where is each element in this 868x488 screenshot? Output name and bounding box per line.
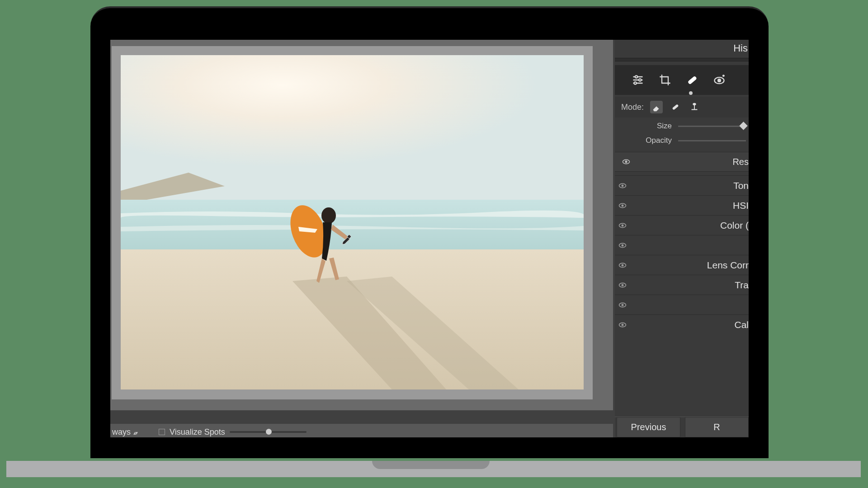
- canvas-bottom-toolbar: ways▴▾ Visualize Spots: [110, 424, 613, 437]
- svg-point-26: [622, 205, 623, 206]
- eye-icon[interactable]: [618, 300, 627, 310]
- panel-color[interactable]: Color (: [615, 215, 749, 235]
- svg-point-24: [622, 185, 623, 186]
- reset-button[interactable]: R: [685, 417, 749, 437]
- canvas-area[interactable]: [110, 40, 613, 410]
- panel-detail[interactable]: [615, 235, 749, 255]
- app-screen: ways▴▾ Visualize Spots His: [110, 40, 749, 437]
- eye-icon[interactable]: [618, 201, 627, 211]
- eye-icon[interactable]: [621, 157, 631, 167]
- tool-strip: [615, 65, 749, 95]
- histogram-header[interactable]: His: [615, 42, 749, 54]
- redeye-icon[interactable]: [712, 72, 727, 88]
- healing-bandaid-icon[interactable]: [684, 72, 700, 88]
- panel-hsl[interactable]: HSI: [615, 195, 749, 215]
- svg-rect-17: [672, 104, 679, 110]
- eye-icon[interactable]: [618, 320, 627, 330]
- panel-calibration[interactable]: Cal: [615, 314, 749, 334]
- eye-icon[interactable]: [618, 260, 627, 270]
- svg-point-32: [622, 264, 623, 266]
- panel-transform[interactable]: Tra: [615, 275, 749, 295]
- svg-point-4: [321, 207, 336, 224]
- svg-point-16: [723, 75, 724, 76]
- laptop-frame: ways▴▾ Visualize Spots His: [90, 6, 769, 458]
- mode-clone-icon[interactable]: [688, 101, 701, 113]
- size-label: Size: [641, 122, 672, 131]
- panel-effects[interactable]: [615, 295, 749, 314]
- eye-icon[interactable]: [618, 240, 627, 250]
- right-panel: His Mode:: [615, 40, 749, 437]
- svg-point-28: [622, 225, 623, 226]
- opacity-label: Opacity: [641, 136, 672, 145]
- panel-lens-corrections[interactable]: Lens Corr: [615, 255, 749, 275]
- heal-brush-cursor: [341, 233, 353, 245]
- svg-point-34: [622, 284, 623, 286]
- mode-heal-icon[interactable]: [669, 101, 682, 113]
- panel-footer-buttons: Previous R: [615, 417, 749, 437]
- size-slider-row: Size: [615, 119, 749, 133]
- panel-tone[interactable]: Ton: [615, 175, 749, 195]
- eye-icon[interactable]: [618, 280, 627, 290]
- beach-photo[interactable]: [121, 55, 584, 389]
- eye-icon[interactable]: [618, 221, 627, 230]
- previous-button[interactable]: Previous: [617, 417, 680, 437]
- size-slider[interactable]: [678, 126, 746, 127]
- mode-label: Mode:: [621, 103, 644, 112]
- svg-point-30: [622, 244, 623, 246]
- reset-label[interactable]: Res: [732, 157, 749, 167]
- svg-rect-12: [688, 76, 697, 85]
- opacity-slider[interactable]: [678, 140, 746, 141]
- svg-point-36: [622, 304, 623, 305]
- reset-row: Res: [615, 152, 749, 172]
- visualize-spots-checkbox[interactable]: [159, 429, 165, 435]
- visualize-spots-group: Visualize Spots: [148, 427, 307, 437]
- visualize-spots-slider[interactable]: [230, 431, 307, 433]
- histogram-divider: [615, 58, 749, 61]
- crop-icon[interactable]: [657, 72, 673, 88]
- laptop-notch: [372, 461, 490, 469]
- photo-frame: [112, 46, 593, 399]
- visualize-spots-label: Visualize Spots: [170, 427, 225, 437]
- svg-point-11: [634, 82, 637, 84]
- eye-icon[interactable]: [618, 181, 627, 191]
- opacity-slider-row: Opacity: [615, 134, 749, 147]
- mode-eraser-icon[interactable]: [650, 101, 663, 113]
- edit-sliders-icon[interactable]: [630, 72, 646, 88]
- svg-point-22: [625, 161, 627, 163]
- svg-point-9: [639, 79, 641, 81]
- overlay-mode-dropdown[interactable]: ways▴▾: [112, 427, 142, 437]
- svg-point-7: [635, 75, 637, 78]
- svg-point-38: [622, 324, 623, 325]
- svg-point-14: [718, 79, 721, 82]
- mode-row: Mode:: [615, 97, 749, 117]
- svg-point-20: [693, 103, 696, 105]
